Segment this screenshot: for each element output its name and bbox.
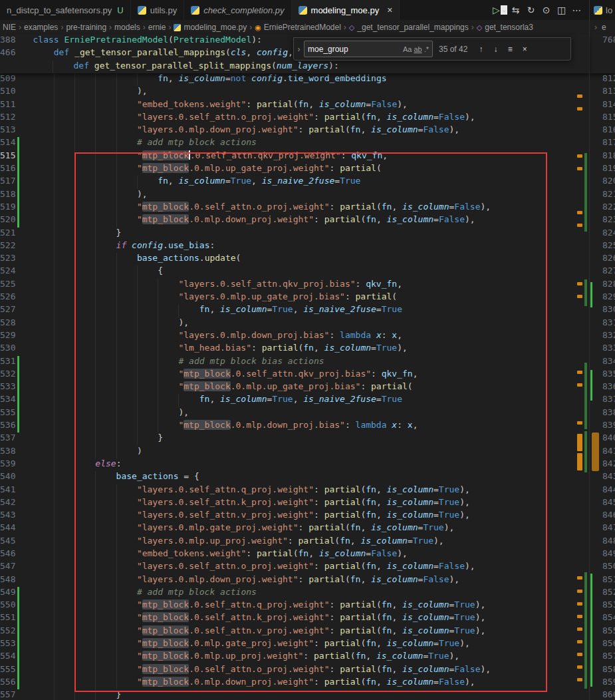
line-number[interactable]: 512 xyxy=(0,112,15,124)
code-line[interactable]: def get_tensor_parallel_split_mappings(n… xyxy=(0,61,589,73)
code-line-555[interactable]: 555"mtp_block.0.self_attn.o_proj.weight"… xyxy=(0,664,589,677)
line-number[interactable]: 557 xyxy=(0,689,15,700)
line-number[interactable]: 388 xyxy=(0,35,15,47)
breadcrumb-item-modeling_moe.py[interactable]: modeling_moe.py xyxy=(174,23,247,32)
right-tab[interactable]: lo xyxy=(590,0,615,20)
code-line-540[interactable]: 540base_actions = { xyxy=(0,471,589,484)
line-number[interactable]: 556 xyxy=(0,677,15,689)
breadcrumb-item-ErniePretrainedModel[interactable]: ◉ErniePretrainedModel xyxy=(255,23,341,32)
code-line-510[interactable]: 510), xyxy=(0,86,589,98)
breadcrumb-item-_get_tensor_parallel_mappings[interactable]: ◇_get_tensor_parallel_mappings xyxy=(349,23,469,32)
line-number[interactable]: 550 xyxy=(0,600,15,612)
line-number[interactable]: 540 xyxy=(0,471,15,484)
line-number[interactable]: 541 xyxy=(0,484,15,497)
line-number[interactable]: 552 xyxy=(0,625,15,638)
line-number[interactable]: 466 xyxy=(0,47,15,60)
line-number[interactable]: 533 xyxy=(0,381,15,394)
code-line-544[interactable]: 544"layers.0.mlp.gate_proj.weight": part… xyxy=(0,522,589,535)
line-number[interactable]: 555 xyxy=(0,664,15,677)
regex-button[interactable]: .* xyxy=(424,45,429,53)
find-in-selection-button[interactable]: ≡ xyxy=(503,42,517,57)
code-line-525[interactable]: 525"layers.0.self_attn.qkv_proj.bias": q… xyxy=(0,279,589,291)
code-line-523[interactable]: 523base_actions.update( xyxy=(0,253,589,265)
toggle-replace-button[interactable]: › xyxy=(294,38,304,60)
code-line-509[interactable]: 509fn, is_column=not config.tie_word_emb… xyxy=(0,73,589,86)
code-line-533[interactable]: 533"mtp_block.0.mlp.up_gate_proj.bias": … xyxy=(0,381,589,394)
code-line-527[interactable]: 527fn, is_column=True, is_naive_2fuse=Tr… xyxy=(0,304,589,317)
code-editor[interactable]: 509fn, is_column=not config.tie_word_emb… xyxy=(0,73,589,700)
breadcrumb-item-pre-training[interactable]: pre-training xyxy=(66,23,106,32)
line-number[interactable]: 509 xyxy=(0,73,15,86)
code-line-543[interactable]: 543"layers.0.self_attn.v_proj.weight": p… xyxy=(0,510,589,522)
line-number[interactable]: 528 xyxy=(0,317,15,330)
find-query-text[interactable]: moe_group xyxy=(308,45,401,54)
line-number[interactable]: 537 xyxy=(0,433,15,445)
line-number[interactable]: 538 xyxy=(0,446,15,458)
line-number[interactable]: 535 xyxy=(0,407,15,420)
line-number[interactable]: 551 xyxy=(0,612,15,625)
code-line-535[interactable]: 535), xyxy=(0,407,589,420)
line-number[interactable]: 529 xyxy=(0,330,15,343)
line-number[interactable]: 517 xyxy=(0,176,15,188)
line-number[interactable]: 527 xyxy=(0,304,15,317)
code-line-529[interactable]: 529"layers.0.mlp.down_proj.bias": lambda… xyxy=(0,330,589,343)
code-line-516[interactable]: 516"mtp_block.0.mlp.up_gate_proj.weight"… xyxy=(0,163,589,176)
line-number[interactable]: 542 xyxy=(0,497,15,510)
code-line-546[interactable]: 546"embed_tokens.weight": partial(fn, is… xyxy=(0,548,589,561)
overview-ruler[interactable] xyxy=(574,0,589,700)
code-line-513[interactable]: 513"layers.0.mlp.down_proj.weight": part… xyxy=(0,124,589,137)
line-number[interactable]: 546 xyxy=(0,548,15,561)
code-line-520[interactable]: 520"mtp_block.0.mlp.down_proj.weight": p… xyxy=(0,214,589,227)
code-line-536[interactable]: 536"mtp_block.0.mlp.down_proj.bias": lam… xyxy=(0,420,589,433)
tab-utils.py[interactable]: utils.py xyxy=(131,0,184,20)
line-number[interactable]: 518 xyxy=(0,189,15,202)
run-dropdown-icon[interactable]: ⌄ xyxy=(501,5,507,15)
code-line-548[interactable]: 548"layers.0.mlp.down_proj.weight": part… xyxy=(0,574,589,587)
line-number[interactable]: 544 xyxy=(0,522,15,535)
code-line-549[interactable]: 549# add mtp block actions xyxy=(0,587,589,600)
code-line-557[interactable]: 557} xyxy=(0,689,589,700)
code-line-554[interactable]: 554"mtp_block.0.mlp.up_proj.weight": par… xyxy=(0,651,589,663)
code-line-519[interactable]: 519"mtp_block.0.self_attn.o_proj.weight"… xyxy=(0,202,589,214)
code-line-556[interactable]: 556"mtp_block.0.mlp.down_proj.weight": p… xyxy=(0,677,589,689)
code-line-512[interactable]: 512"layers.0.self_attn.o_proj.weight": p… xyxy=(0,112,589,124)
tab-modeling_moe.py[interactable]: modeling_moe.py× xyxy=(292,0,400,20)
line-number[interactable]: 525 xyxy=(0,279,15,291)
line-number[interactable]: 548 xyxy=(0,574,15,587)
line-number[interactable]: 514 xyxy=(0,137,15,150)
code-line-524[interactable]: 524{ xyxy=(0,265,589,278)
find-previous-button[interactable]: ↑ xyxy=(473,42,488,57)
line-number[interactable]: 522 xyxy=(0,240,15,253)
line-number[interactable] xyxy=(0,61,15,73)
code-line-530[interactable]: 530"lm_head.bias": partial(fn, is_column… xyxy=(0,343,589,355)
code-line-522[interactable]: 522if config.use_bias: xyxy=(0,240,589,253)
line-number[interactable]: 524 xyxy=(0,265,15,278)
code-line-537[interactable]: 537} xyxy=(0,433,589,445)
line-number[interactable]: 554 xyxy=(0,651,15,663)
line-number[interactable]: 547 xyxy=(0,561,15,574)
breadcrumb-item-models[interactable]: models xyxy=(114,23,140,32)
line-number[interactable]: 515 xyxy=(0,150,15,163)
line-number[interactable]: 523 xyxy=(0,253,15,265)
breadcrumb-item-get_tensorla3[interactable]: ◇get_tensorla3 xyxy=(477,23,533,32)
code-line-514[interactable]: 514# add mtp block actions xyxy=(0,137,589,150)
match-case-button[interactable]: Aa xyxy=(403,45,412,53)
code-line-550[interactable]: 550"mtp_block.0.self_attn.q_proj.weight"… xyxy=(0,600,589,612)
whole-word-button[interactable]: ab xyxy=(414,45,422,53)
line-number[interactable]: 521 xyxy=(0,228,15,240)
find-input[interactable]: moe_group Aa ab .* xyxy=(304,41,433,57)
line-number[interactable]: 513 xyxy=(0,124,15,137)
line-number[interactable]: 519 xyxy=(0,202,15,214)
line-number[interactable]: 536 xyxy=(0,420,15,433)
code-line-515[interactable]: 515"mtp_block.0.self_attn.qkv_proj.weigh… xyxy=(0,150,589,163)
line-number[interactable]: 545 xyxy=(0,536,15,548)
line-number[interactable]: 539 xyxy=(0,458,15,471)
tab-n_distcp_to_safetensors.py[interactable]: n_distcp_to_safetensors.pyU xyxy=(0,0,131,20)
code-line-542[interactable]: 542"layers.0.self_attn.k_proj.weight": p… xyxy=(0,497,589,510)
right-editor-group[interactable]: lo › e 768 81281381481581681781881982082… xyxy=(589,0,615,700)
code-line-534[interactable]: 534fn, is_column=True, is_naive_2fuse=Tr… xyxy=(0,394,589,407)
sync-icon[interactable]: ↻ xyxy=(524,5,538,15)
code-line-518[interactable]: 518), xyxy=(0,189,589,202)
line-number[interactable]: 534 xyxy=(0,394,15,407)
circle-play-icon[interactable]: ⊙ xyxy=(539,5,553,15)
